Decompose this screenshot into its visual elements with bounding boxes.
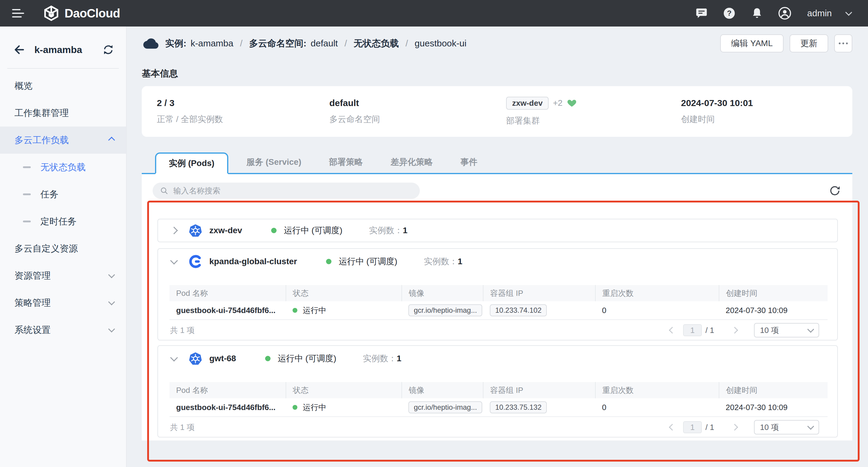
status-text: 运行中 (可调度) (278, 353, 336, 364)
pod-name-cell[interactable]: guestbook-ui-754d46fbf6... (169, 301, 286, 320)
page-number-input[interactable] (683, 324, 702, 336)
image-tag[interactable]: gcr.io/heptio-imag... (408, 304, 482, 316)
cluster-tag[interactable]: zxw-dev (506, 97, 549, 110)
table-footer: 共 1 项 / 1 10 项 (169, 321, 826, 340)
stat-value: 2024-07-30 10:01 (681, 98, 753, 108)
sidebar-item-custom-resources[interactable]: 多云自定义资源 (0, 235, 126, 262)
col-header-status: 状态 (286, 382, 402, 398)
refresh-icon[interactable] (828, 184, 841, 197)
sidebar-item-stateless-workloads[interactable]: 无状态负载 (0, 154, 126, 181)
back-arrow-icon[interactable] (13, 43, 26, 56)
update-button[interactable]: 更新 (789, 34, 828, 53)
topbar-right: ? admin (695, 7, 851, 20)
chevron-down-icon (807, 423, 814, 430)
tab-service[interactable]: 服务 (Service) (246, 151, 301, 173)
chevron-right-icon[interactable] (171, 228, 179, 233)
sidebar-item-policy-management[interactable]: 策略管理 (0, 289, 126, 316)
page-number-input[interactable] (683, 421, 702, 433)
sidebar-item-work-clusters[interactable]: 工作集群管理 (0, 99, 126, 127)
col-header-pod-ip: 容器组 IP (483, 382, 595, 398)
status-dot-green (292, 308, 298, 313)
user-name[interactable]: admin (807, 8, 832, 19)
pod-status-text: 运行中 (303, 305, 326, 316)
tab-pods[interactable]: 实例 (Pods) (155, 153, 228, 174)
cluster-panel-gwt-68: gwt-68 运行中 (可调度) 实例数：1 (157, 345, 838, 437)
sidebar-item-system-settings[interactable]: 系统设置 (0, 316, 126, 343)
pods-count-group: 实例数：1 (369, 225, 407, 236)
next-page-icon[interactable] (732, 328, 738, 333)
pods-table: Pod 名称 状态 镜像 容器组 IP 重启次数 创建时间 guestbook-… (169, 382, 828, 417)
sidebar-item-label: 多云自定义资源 (14, 242, 78, 255)
image-tag[interactable]: gcr.io/heptio-imag... (408, 401, 482, 413)
stat-label: 多云命名空间 (329, 113, 506, 125)
pods-count-label: 实例数： (369, 226, 403, 235)
pagination: / 1 10 项 (670, 420, 826, 434)
more-clusters-count[interactable]: +2 (553, 98, 562, 108)
pod-ip-cell: 10.233.75.132 (483, 398, 595, 417)
breadcrumb-value[interactable]: default (311, 38, 338, 48)
sidebar-item-label: 策略管理 (14, 297, 51, 309)
sidebar-item-jobs[interactable]: 任务 (0, 181, 126, 208)
tab-diff-policy[interactable]: 差异化策略 (391, 151, 433, 173)
page-size-value: 10 项 (760, 325, 779, 336)
dash-icon (23, 221, 31, 222)
stat-value: default (329, 98, 506, 108)
table-toolbar (153, 182, 841, 199)
sidebar-item-overview[interactable]: 概览 (0, 72, 126, 99)
pods-tab-content: zxw-dev 运行中 (可调度) 实例数：1 (142, 174, 852, 440)
tab-events[interactable]: 事件 (461, 151, 477, 173)
sidebar-item-resource-management[interactable]: 资源管理 (0, 262, 126, 289)
page-size-select[interactable]: 10 项 (754, 323, 819, 337)
ip-tag[interactable]: 10.233.75.132 (490, 401, 547, 413)
sidebar: k-amamba 概览 工作集群管理 多云工作负载 无状态负载 任务 定时任务 … (0, 27, 127, 467)
chat-icon[interactable] (695, 7, 708, 20)
pod-status-cell: 运行中 (286, 301, 402, 320)
cluster-name: kpanda-global-cluster (209, 257, 297, 266)
hamburger-menu-icon[interactable] (12, 9, 24, 18)
col-header-restarts: 重启次数 (595, 285, 719, 301)
cluster-status: 运行中 (可调度) (326, 256, 397, 267)
edit-yaml-button[interactable]: 编辑 YAML (720, 34, 783, 53)
daocloud-logo-icon (43, 5, 59, 21)
cluster-panel-header[interactable]: zxw-dev 运行中 (可调度) 实例数：1 (158, 219, 837, 242)
sidebar-item-cronjobs[interactable]: 定时任务 (0, 208, 126, 235)
more-actions-button[interactable] (834, 34, 852, 53)
tab-deploy-policy[interactable]: 部署策略 (329, 151, 363, 173)
stat-namespace: default 多云命名空间 (329, 98, 506, 125)
dash-icon (23, 166, 31, 168)
chevron-down-icon[interactable] (171, 356, 179, 361)
kubernetes-icon (189, 224, 202, 237)
col-header-pod-name: Pod 名称 (169, 382, 286, 398)
user-menu-chevron-icon[interactable] (845, 9, 852, 16)
chevron-down-icon (108, 271, 115, 278)
stat-label: 部署集群 (506, 115, 681, 127)
cluster-status: 运行中 (可调度) (265, 353, 336, 364)
page-size-select[interactable]: 10 项 (754, 420, 819, 434)
next-page-icon[interactable] (732, 425, 738, 430)
prev-page-icon[interactable] (670, 425, 676, 430)
table-footer: 共 1 项 / 1 10 项 (169, 418, 826, 437)
breadcrumb-value[interactable]: k-amamba (191, 38, 234, 48)
bell-icon[interactable] (750, 7, 764, 20)
help-icon[interactable]: ? (723, 7, 736, 20)
prev-page-icon[interactable] (670, 328, 676, 333)
pagination: / 1 10 项 (670, 323, 826, 337)
heart-icon (567, 98, 577, 108)
col-header-pod-name: Pod 名称 (169, 285, 286, 301)
tab-bar: 实例 (Pods) 服务 (Service) 部署策略 差异化策略 事件 (142, 153, 852, 174)
search-input[interactable] (173, 186, 412, 196)
cluster-panel-header[interactable]: gwt-68 运行中 (可调度) 实例数：1 (158, 346, 837, 371)
ip-tag[interactable]: 10.233.74.102 (490, 304, 547, 316)
sidebar-item-multicloud-workloads[interactable]: 多云工作负载 (0, 127, 126, 154)
pods-count-label: 实例数： (424, 257, 458, 266)
cluster-panel-header[interactable]: kpanda-global-cluster 运行中 (可调度) 实例数：1 (158, 249, 837, 274)
cluster-panels: zxw-dev 运行中 (可调度) 实例数：1 (157, 219, 838, 443)
pod-name-cell[interactable]: guestbook-ui-754d46fbf6... (169, 398, 286, 417)
chevron-down-icon[interactable] (171, 259, 179, 264)
sync-icon[interactable] (102, 44, 114, 56)
stat-label: 创建时间 (681, 113, 753, 125)
breadcrumb-page[interactable]: 无状态负载 (353, 37, 399, 50)
col-header-image: 镜像 (402, 285, 483, 301)
breadcrumb-separator: / (405, 38, 408, 48)
avatar-icon[interactable] (778, 7, 792, 20)
